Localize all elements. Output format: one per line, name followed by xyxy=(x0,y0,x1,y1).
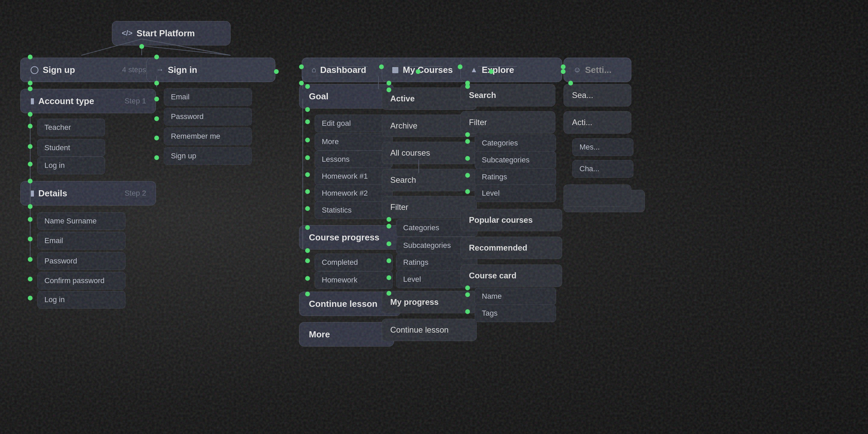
account-type-node[interactable]: ▮ Account type Step 1 xyxy=(20,89,156,113)
search-explore-node[interactable]: Search xyxy=(460,84,555,106)
student-dot xyxy=(28,144,33,149)
mycourses-icon: ▩ xyxy=(392,65,399,74)
password-signin-node[interactable]: Password xyxy=(164,108,252,125)
ratings-exp-node[interactable]: Ratings xyxy=(475,168,556,186)
acti-node[interactable]: Acti... xyxy=(564,111,631,134)
my-progress-node[interactable]: My progress xyxy=(382,291,477,313)
subcategories-mc-dot xyxy=(387,241,391,246)
email-signup-node[interactable]: Email xyxy=(37,232,125,250)
lessons-node[interactable]: Lessons xyxy=(315,151,393,168)
signup-link-node[interactable]: Sign up xyxy=(164,147,252,165)
cha-node[interactable]: Cha... xyxy=(572,160,633,178)
details-node[interactable]: ▮ Details Step 2 xyxy=(20,181,156,205)
password-signin-dot xyxy=(154,116,159,121)
recommended-label: Recommended xyxy=(469,243,527,253)
mes-node[interactable]: Mes... xyxy=(572,138,633,156)
signup-node[interactable]: ◯ Sign up 4 steps xyxy=(20,58,156,82)
login-1-node[interactable]: Log in xyxy=(37,157,105,174)
goal-label: Goal xyxy=(309,91,329,102)
all-courses-label: All courses xyxy=(390,148,430,158)
course-card-node[interactable]: Course card xyxy=(460,264,562,287)
login-2-label: Log in xyxy=(44,295,65,304)
popular-courses-node[interactable]: Popular courses xyxy=(460,209,562,231)
popular-courses-label: Popular courses xyxy=(469,215,533,225)
signin-node[interactable]: → Sign in xyxy=(146,58,275,82)
ratings-exp-dot xyxy=(465,173,470,178)
categories-exp-node[interactable]: Categories xyxy=(475,134,556,152)
sea-node[interactable]: Sea... xyxy=(564,84,631,106)
name-cc-node[interactable]: Name xyxy=(475,288,556,305)
login-1-dot xyxy=(28,162,33,166)
level-exp-node[interactable]: Level xyxy=(475,184,556,202)
completed-node[interactable]: Completed xyxy=(315,254,393,271)
lessons-label: Lessons xyxy=(322,155,350,164)
recommended-node[interactable]: Recommended xyxy=(460,237,562,259)
dashboard-label: Dashboard xyxy=(320,65,366,75)
name-label: Name Surname xyxy=(44,217,97,225)
hw1-node[interactable]: Homework #1 xyxy=(315,167,393,185)
ratings-mc-label: Ratings xyxy=(403,258,429,267)
confirm-pw-node[interactable]: Confirm password xyxy=(37,272,125,290)
start-platform-node[interactable]: </> Start Platform xyxy=(112,21,231,45)
start-platform-bottom-dot xyxy=(139,44,144,49)
student-label: Student xyxy=(44,143,70,152)
student-node[interactable]: Student xyxy=(37,139,105,157)
name-node[interactable]: Name Surname xyxy=(37,212,125,230)
mycourses-label: My Courses xyxy=(403,65,453,75)
folder-icon: ▮ xyxy=(30,97,34,105)
tags-cc-node[interactable]: Tags xyxy=(475,304,556,322)
remember-me-node[interactable]: Remember me xyxy=(164,127,252,145)
start-platform-label: Start Platform xyxy=(137,28,195,39)
search-mycourses-node[interactable]: Search xyxy=(382,169,477,191)
password-signup-node[interactable]: Password xyxy=(37,252,125,270)
far-right-node[interactable]: ☺ Setti... xyxy=(564,58,631,82)
hw2-node[interactable]: Homework #2 xyxy=(315,184,393,202)
signin-icon: → xyxy=(156,65,164,74)
filter-explore-node[interactable]: Filter xyxy=(460,111,555,134)
goal-node[interactable]: Goal xyxy=(299,84,394,108)
name-cc-dot xyxy=(465,292,470,297)
more-dash-label: More xyxy=(309,329,330,340)
continue-lesson-dash-top-dot xyxy=(305,292,310,296)
email-signup-label: Email xyxy=(44,236,63,245)
continue-lesson-mc-node[interactable]: Continue lesson xyxy=(382,319,477,341)
more-node[interactable]: More xyxy=(315,133,393,151)
mycourses-left-dot xyxy=(379,64,384,69)
subcategories-exp-node[interactable]: Subcategories xyxy=(475,151,556,169)
email-signin-node[interactable]: Email xyxy=(164,88,252,106)
far-right-label: Setti... xyxy=(585,65,611,75)
acti-label: Acti... xyxy=(572,118,592,127)
homework-node[interactable]: Homework xyxy=(315,271,393,289)
teacher-label: Teacher xyxy=(44,123,71,132)
teacher-node[interactable]: Teacher xyxy=(37,119,105,136)
explore-node[interactable]: ▲ Explore xyxy=(460,58,562,82)
stats-node[interactable]: Statistics xyxy=(315,201,393,219)
name-dot xyxy=(28,217,33,222)
account-type-label: Account type xyxy=(38,96,94,106)
continue-lesson-mc-label: Continue lesson xyxy=(390,325,449,335)
signup-bottom-dot xyxy=(28,81,33,85)
signin-bottom-dot xyxy=(154,81,159,85)
more-main-node[interactable] xyxy=(564,184,631,207)
more-dash-node[interactable]: More xyxy=(299,322,394,347)
confirm-pw-dot xyxy=(28,277,33,281)
details-bottom-dot xyxy=(28,204,33,209)
stats-label: Statistics xyxy=(322,206,352,215)
mycourses-bottom-dot xyxy=(387,81,391,85)
dashboard-left-dot xyxy=(299,64,304,69)
level-mc-label: Level xyxy=(403,275,421,284)
teacher-dot xyxy=(28,124,33,129)
my-progress-top-dot xyxy=(387,291,391,296)
categories-mc-dot xyxy=(387,224,391,229)
all-courses-node[interactable]: All courses xyxy=(382,142,477,164)
signup-label: Sign up xyxy=(43,65,75,75)
my-progress-label: My progress xyxy=(390,297,439,307)
completed-dot xyxy=(305,258,310,263)
login-2-node[interactable]: Log in xyxy=(37,291,125,309)
edit-goal-node[interactable]: Edit goal xyxy=(315,115,393,132)
course-card-label: Course card xyxy=(469,271,516,280)
course-progress-node[interactable]: Course progress xyxy=(299,225,401,250)
login-2-dot xyxy=(28,296,33,300)
svg-line-1 xyxy=(142,46,231,55)
stats-dot xyxy=(305,206,310,211)
